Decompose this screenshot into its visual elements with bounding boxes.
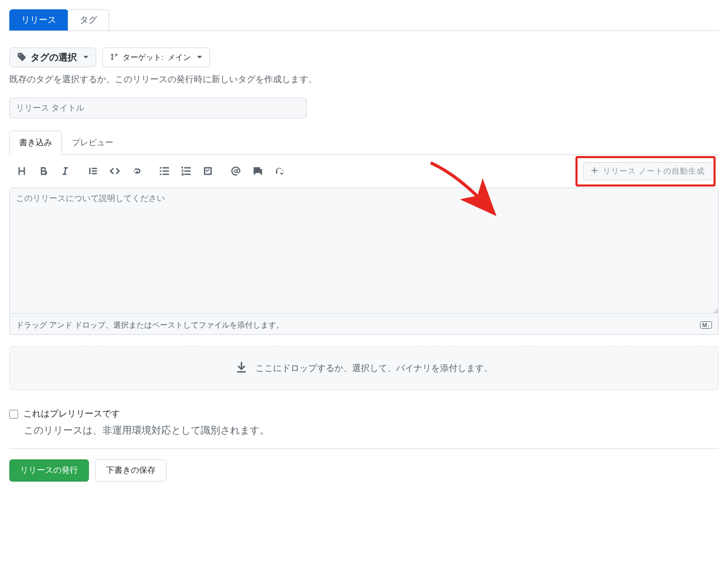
prerelease-description: このリリースは、非運用環境対応として識別されます。 <box>24 424 719 437</box>
target-select-button[interactable]: ターゲット: メイン <box>102 48 210 67</box>
italic-icon[interactable] <box>59 165 71 177</box>
prerelease-label: これはプレリリースです <box>23 408 120 420</box>
publish-release-button[interactable]: リリースの発行 <box>9 459 89 482</box>
file-attach-hint-bar[interactable]: ドラッグ アンド ドロップ、選択またはペーストしてファイルを添付します。 M↓ <box>9 316 719 335</box>
tab-write[interactable]: 書き込み <box>9 131 62 155</box>
heading-icon[interactable] <box>16 165 28 177</box>
branch-icon <box>110 53 118 62</box>
chevron-down-icon <box>197 56 202 58</box>
chevron-down-icon <box>83 56 88 58</box>
release-description-textarea[interactable] <box>9 188 719 314</box>
plus-icon <box>590 166 599 176</box>
svg-point-2 <box>160 174 161 175</box>
tag-select-label: タグの選択 <box>31 53 77 62</box>
target-prefix: ターゲット: <box>123 53 163 61</box>
tasklist-icon[interactable] <box>202 165 214 177</box>
bold-icon[interactable] <box>37 165 50 177</box>
dropzone-text: ここにドロップするか、選択して、バイナリを添付します。 <box>255 362 493 374</box>
markdown-badge-icon[interactable]: M↓ <box>700 321 712 329</box>
download-arrow-icon <box>236 361 247 375</box>
binary-dropzone[interactable]: ここにドロップするか、選択して、バイナリを添付します。 <box>9 346 719 390</box>
svg-point-0 <box>160 167 161 168</box>
reference-icon[interactable] <box>251 165 264 177</box>
tag-help-text: 既存のタグを選択するか、このリリースの発行時に新しいタグを作成します。 <box>9 73 719 85</box>
tag-select-button[interactable]: タグの選択 <box>9 48 96 67</box>
reply-icon[interactable] <box>273 165 285 177</box>
prerelease-checkbox[interactable] <box>9 410 18 419</box>
unordered-list-icon[interactable] <box>158 165 171 177</box>
link-icon[interactable] <box>130 165 143 177</box>
release-title-input[interactable] <box>9 98 307 118</box>
mention-icon[interactable] <box>230 165 242 177</box>
tab-release[interactable]: リリース <box>9 9 68 30</box>
auto-generate-notes-button[interactable]: リリース ノートの自動生成 <box>583 162 712 180</box>
editor-toolbar: リリース ノートの自動生成 <box>9 155 719 188</box>
attach-hint-text: ドラッグ アンド ドロップ、選択またはペーストしてファイルを添付します。 <box>16 320 284 330</box>
auto-generate-label: リリース ノートの自動生成 <box>603 166 705 176</box>
code-icon[interactable] <box>109 165 121 177</box>
tag-icon <box>17 52 26 63</box>
quote-icon[interactable] <box>87 165 99 177</box>
ordered-list-icon[interactable] <box>180 165 192 177</box>
editor-tabs: 書き込み プレビュー <box>9 131 719 155</box>
save-draft-button[interactable]: 下書きの保存 <box>95 459 166 482</box>
divider <box>9 449 719 449</box>
svg-point-1 <box>160 171 161 172</box>
target-value: メイン <box>168 53 191 61</box>
tab-tag[interactable]: タグ <box>68 9 109 30</box>
tab-preview[interactable]: プレビュー <box>62 131 123 155</box>
release-tag-nav: リリース タグ <box>9 9 719 31</box>
